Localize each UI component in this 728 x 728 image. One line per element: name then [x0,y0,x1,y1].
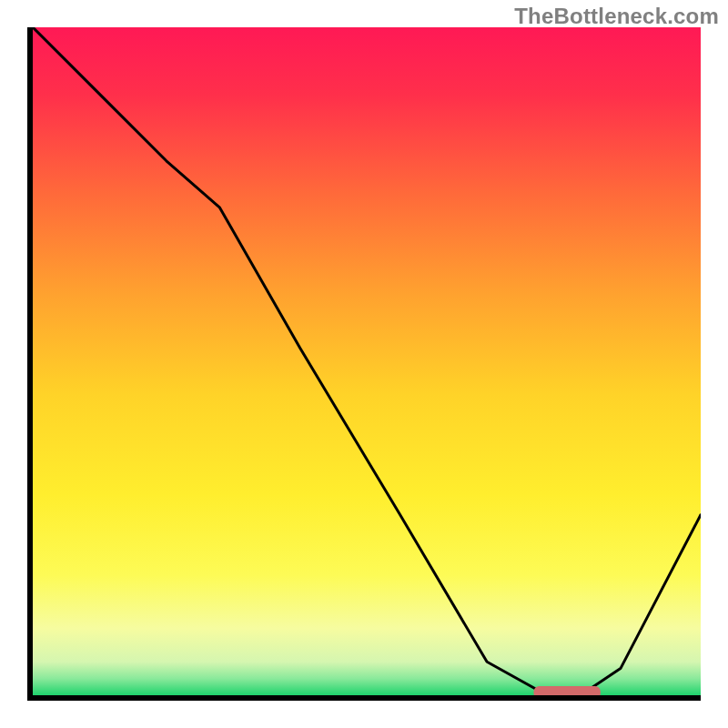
chart-container: TheBottleneck.com [0,0,728,728]
watermark-text: TheBottleneck.com [514,4,719,29]
plot-svg [27,27,701,701]
plot-area [27,27,701,701]
